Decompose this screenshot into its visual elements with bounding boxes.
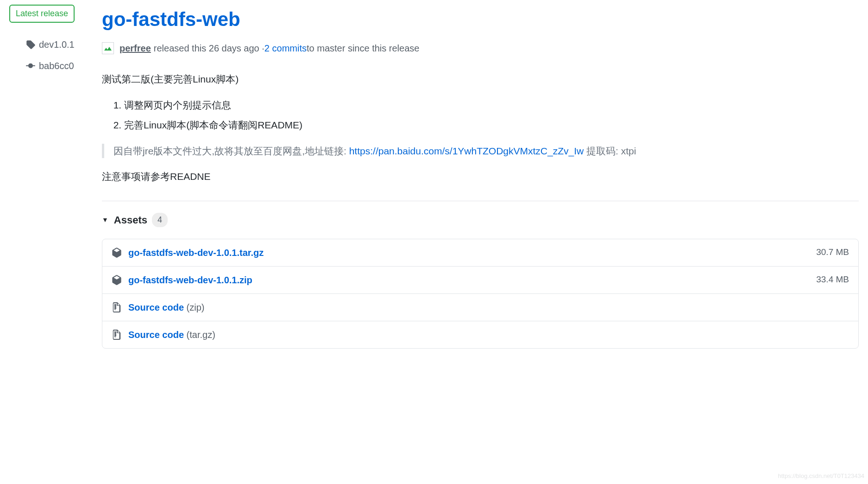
assets-toggle[interactable]: ▼ Assets 4	[102, 212, 859, 228]
release-sidebar: Latest release dev1.0.1 bab6cc0	[9, 5, 102, 349]
release-body: 测试第二版(主要完善Linux脚本) 调整网页内个别提示信息 完善Linux脚本…	[102, 72, 859, 184]
intro-text: 测试第二版(主要完善Linux脚本)	[102, 72, 859, 87]
tag-icon	[26, 40, 35, 49]
tag-name: dev1.0.1	[39, 38, 75, 51]
assets-count: 4	[152, 213, 168, 227]
release-main: go-fastdfs-web perfree released this 26 …	[102, 5, 859, 349]
blockquote-prefix: 因自带jre版本文件过大,故将其放至百度网盘,地址链接:	[113, 146, 349, 156]
asset-link[interactable]: go-fastdfs-web-dev-1.0.1.zip	[128, 273, 252, 287]
asset-link[interactable]: Source code	[128, 328, 184, 342]
assets-label: Assets	[114, 212, 147, 228]
to-master-text: to master since this release	[307, 41, 419, 55]
asset-row[interactable]: go-fastdfs-web-dev-1.0.1.tar.gz 30.7 MB	[102, 239, 858, 267]
asset-ext-value: (zip)	[187, 300, 205, 314]
commit-sha: bab6cc0	[39, 59, 74, 73]
release-meta: perfree released this 26 days ago · 2 co…	[102, 41, 859, 55]
footer-text: 注意事项请参考READNE	[102, 169, 859, 184]
latest-release-badge: Latest release	[9, 5, 75, 23]
released-text: released this 26 days ago ·	[154, 41, 264, 55]
commit-item[interactable]: bab6cc0	[9, 55, 91, 76]
file-zip-icon	[112, 302, 122, 312]
author-link[interactable]: perfree	[120, 41, 151, 55]
baidu-link[interactable]: https://pan.baidu.com/s/1YwhTZODgkVMxtzC…	[349, 146, 584, 156]
asset-row[interactable]: Source code (tar.gz)	[102, 321, 858, 348]
commits-link[interactable]: 2 commits	[264, 41, 307, 55]
blockquote: 因自带jre版本文件过大,故将其放至百度网盘,地址链接: https://pan…	[102, 144, 859, 159]
package-icon	[112, 275, 122, 285]
tag-item[interactable]: dev1.0.1	[9, 34, 91, 55]
file-zip-icon	[112, 330, 122, 340]
asset-link[interactable]: Source code	[128, 300, 184, 314]
release-title: go-fastdfs-web	[102, 5, 859, 34]
asset-row[interactable]: Source code (zip)	[102, 294, 858, 321]
divider	[102, 201, 859, 201]
assets-list: go-fastdfs-web-dev-1.0.1.tar.gz 30.7 MB …	[102, 239, 859, 349]
caret-down-icon: ▼	[102, 215, 108, 225]
list-item: 完善Linux脚本(脚本命令请翻阅README)	[124, 118, 859, 133]
asset-size: 33.4 MB	[816, 273, 849, 287]
blockquote-suffix: 提取码: xtpi	[586, 146, 636, 156]
asset-link[interactable]: go-fastdfs-web-dev-1.0.1.tar.gz	[128, 246, 264, 260]
asset-size: 30.7 MB	[816, 246, 849, 259]
changes-list: 调整网页内个别提示信息 完善Linux脚本(脚本命令请翻阅README)	[102, 98, 859, 133]
avatar[interactable]	[102, 42, 114, 54]
asset-ext-value: (tar.gz)	[187, 328, 215, 342]
commit-icon	[26, 61, 35, 70]
package-icon	[112, 248, 122, 258]
broken-image-icon	[104, 45, 112, 51]
asset-row[interactable]: go-fastdfs-web-dev-1.0.1.zip 33.4 MB	[102, 267, 858, 294]
list-item: 调整网页内个别提示信息	[124, 98, 859, 113]
release-title-link[interactable]: go-fastdfs-web	[102, 8, 240, 30]
